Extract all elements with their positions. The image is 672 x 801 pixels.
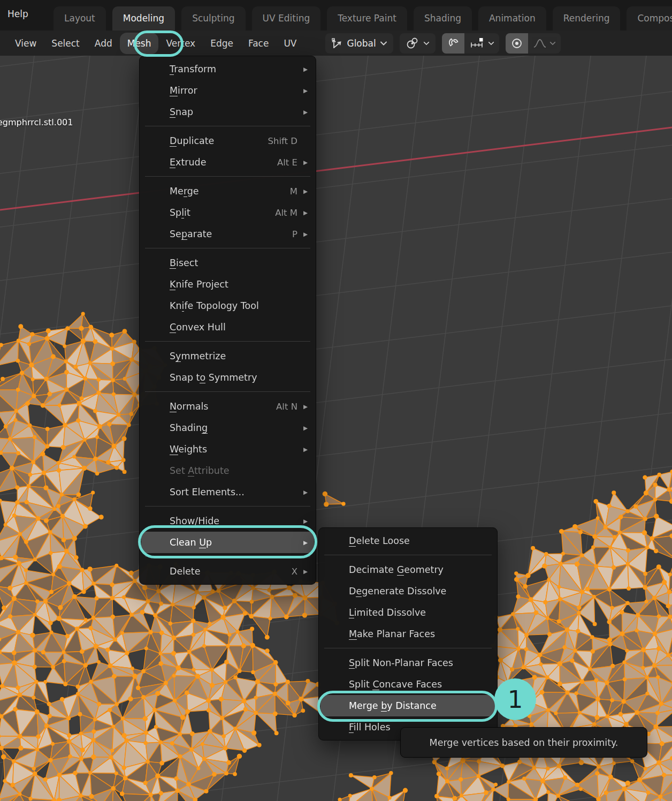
tab-sculpting[interactable]: Sculpting bbox=[181, 6, 245, 31]
submenu-item-degenerate-dissolve[interactable]: Degenerate Dissolve bbox=[320, 580, 495, 602]
submenu-item-split-non-planar-faces[interactable]: Split Non-Planar Faces bbox=[320, 652, 495, 674]
menu-item-split[interactable]: SplitAlt M▶ bbox=[141, 202, 314, 223]
menu-item-mirror[interactable]: Mirror▶ bbox=[141, 80, 314, 101]
menu-item-transform[interactable]: Transform▶ bbox=[141, 58, 314, 80]
menu-item-convex-hull[interactable]: Convex Hull bbox=[141, 316, 314, 338]
topbar: Help LayoutModelingSculptingUV EditingTe… bbox=[0, 0, 672, 31]
menu-item-label: Split Non-Planar Faces bbox=[349, 658, 453, 668]
snap-toggle[interactable] bbox=[442, 33, 464, 54]
pivot-point-dropdown[interactable] bbox=[400, 33, 436, 54]
submenu-item-decimate-geometry[interactable]: Decimate Geometry bbox=[320, 559, 495, 580]
menu-item-shortcut: M bbox=[282, 186, 297, 197]
menu-item-separate[interactable]: SeparateP▶ bbox=[141, 223, 314, 245]
snap-magnet-icon bbox=[447, 37, 460, 50]
help-menu[interactable]: Help bbox=[7, 9, 28, 19]
tooltip-text: Merge vertices based on their proximity. bbox=[430, 737, 618, 748]
tab-shading[interactable]: Shading bbox=[414, 6, 472, 31]
tab-modeling[interactable]: Modeling bbox=[112, 6, 175, 31]
menu-item-shortcut: Alt M bbox=[268, 208, 297, 218]
menu-item-bisect[interactable]: Bisect bbox=[141, 252, 314, 274]
submenu-item-delete-loose[interactable]: Delete Loose bbox=[320, 530, 495, 551]
menu-item-snap[interactable]: Snap▶ bbox=[141, 101, 314, 123]
proportional-falloff-dropdown[interactable] bbox=[528, 33, 561, 54]
menu-item-knife-project[interactable]: Knife Project bbox=[141, 274, 314, 295]
snap-increments-icon bbox=[469, 37, 485, 50]
menu-item-label: Weights bbox=[170, 444, 207, 455]
menu-item-clean-up[interactable]: Clean Up▶ bbox=[141, 532, 314, 553]
submenu-arrow-icon: ▶ bbox=[300, 109, 308, 115]
submenu-item-split-concave-faces[interactable]: Split Concave Faces bbox=[320, 674, 495, 695]
menu-item-label: Split Concave Faces bbox=[349, 679, 442, 690]
viewport-menu-add[interactable]: Add bbox=[87, 33, 120, 54]
menu-item-merge[interactable]: MergeM▶ bbox=[141, 180, 314, 202]
menu-separator bbox=[145, 248, 310, 248]
viewport-menu-uv[interactable]: UV bbox=[276, 33, 304, 54]
menu-item-label: Set Attribute bbox=[170, 465, 230, 476]
menu-item-shortcut: P bbox=[285, 229, 297, 239]
viewport-menu-edge[interactable]: Edge bbox=[203, 33, 241, 54]
submenu-arrow-icon: ▶ bbox=[300, 209, 308, 216]
menu-item-snap-to-symmetry[interactable]: Snap to Symmetry bbox=[141, 367, 314, 388]
menu-item-knife-topology-tool[interactable]: Knife Topology Tool bbox=[141, 295, 314, 316]
viewport-menu-select[interactable]: Select bbox=[44, 33, 87, 54]
viewport-menu-face[interactable]: Face bbox=[241, 33, 276, 54]
submenu-item-merge-by-distance[interactable]: Merge by Distance bbox=[320, 695, 495, 716]
viewport-menu-view[interactable]: View bbox=[7, 33, 44, 54]
mesh-menu-panel: Transform▶Mirror▶Snap▶DuplicateShift DEx… bbox=[139, 56, 316, 585]
menu-item-label: Clean Up bbox=[170, 537, 212, 548]
proportional-editing-toggle[interactable] bbox=[506, 33, 528, 54]
tab-layout[interactable]: Layout bbox=[54, 6, 106, 31]
submenu-item-limited-dissolve[interactable]: Limited Dissolve bbox=[320, 602, 495, 623]
transform-orientation-icon bbox=[331, 37, 343, 49]
menu-item-label: Merge by Distance bbox=[349, 700, 437, 711]
menu-item-sort-elements[interactable]: Sort Elements...▶ bbox=[141, 481, 314, 503]
proportional-editing-controls bbox=[506, 33, 561, 54]
menu-item-shortcut: Alt E bbox=[270, 157, 297, 168]
menu-item-show-hide[interactable]: Show/Hide▶ bbox=[141, 510, 314, 532]
menu-item-label: Bisect bbox=[170, 258, 198, 268]
submenu-arrow-icon: ▶ bbox=[300, 403, 308, 410]
snap-target-dropdown[interactable] bbox=[464, 33, 499, 54]
menu-item-weights[interactable]: Weights▶ bbox=[141, 439, 314, 460]
menu-item-label: Separate bbox=[170, 229, 212, 239]
submenu-arrow-icon: ▶ bbox=[300, 231, 308, 237]
snap-controls bbox=[442, 33, 499, 54]
menu-separator bbox=[145, 126, 310, 126]
menu-separator bbox=[324, 648, 492, 648]
menu-item-label: Convex Hull bbox=[170, 322, 226, 333]
tab-compositing[interactable]: Compositing bbox=[627, 6, 672, 31]
tab-uv-editing[interactable]: UV Editing bbox=[252, 6, 321, 31]
menu-item-set-attribute[interactable]: Set Attribute bbox=[141, 460, 314, 481]
menu-item-label: Knife Topology Tool bbox=[170, 300, 259, 311]
menu-separator bbox=[145, 506, 310, 507]
chevron-down-icon bbox=[423, 41, 430, 46]
submenu-arrow-icon: ▶ bbox=[300, 188, 308, 194]
viewport-menu-mesh[interactable]: Mesh bbox=[120, 33, 159, 54]
menu-item-delete[interactable]: DeleteX▶ bbox=[141, 561, 314, 582]
clean-up-submenu-panel: Delete LooseDecimate GeometryDegenerate … bbox=[318, 527, 498, 740]
submenu-arrow-icon: ▶ bbox=[300, 539, 308, 546]
object-name-label: egmphrrcl.stl.001 bbox=[0, 117, 73, 127]
viewport-controls: Global bbox=[325, 33, 560, 54]
menu-item-shortcut: Alt N bbox=[269, 402, 297, 412]
tab-texture-paint[interactable]: Texture Paint bbox=[327, 6, 407, 31]
submenu-item-make-planar-faces[interactable]: Make Planar Faces bbox=[320, 623, 495, 645]
tab-rendering[interactable]: Rendering bbox=[553, 6, 621, 31]
transform-orientation-dropdown[interactable]: Global bbox=[325, 33, 393, 54]
menu-item-duplicate[interactable]: DuplicateShift D bbox=[141, 130, 314, 152]
menu-item-label: Delete Loose bbox=[349, 535, 410, 546]
proportional-falloff-icon bbox=[533, 37, 547, 50]
menu-item-label: Extrude bbox=[170, 157, 206, 168]
menu-item-extrude[interactable]: ExtrudeAlt E▶ bbox=[141, 152, 314, 173]
viewport-menu-vertex[interactable]: Vertex bbox=[158, 33, 203, 54]
menu-item-shading[interactable]: Shading▶ bbox=[141, 417, 314, 439]
tab-animation[interactable]: Animation bbox=[478, 6, 546, 31]
menu-item-label: Snap bbox=[170, 107, 193, 117]
menu-separator bbox=[145, 176, 310, 177]
menu-item-label: Degenerate Dissolve bbox=[349, 586, 446, 596]
menu-item-label: Shading bbox=[170, 422, 208, 433]
menu-item-symmetrize[interactable]: Symmetrize bbox=[141, 345, 314, 367]
workspace-tabs: LayoutModelingSculptingUV EditingTexture… bbox=[54, 6, 672, 31]
menu-item-normals[interactable]: NormalsAlt N▶ bbox=[141, 396, 314, 417]
pivot-point-icon bbox=[406, 37, 419, 50]
